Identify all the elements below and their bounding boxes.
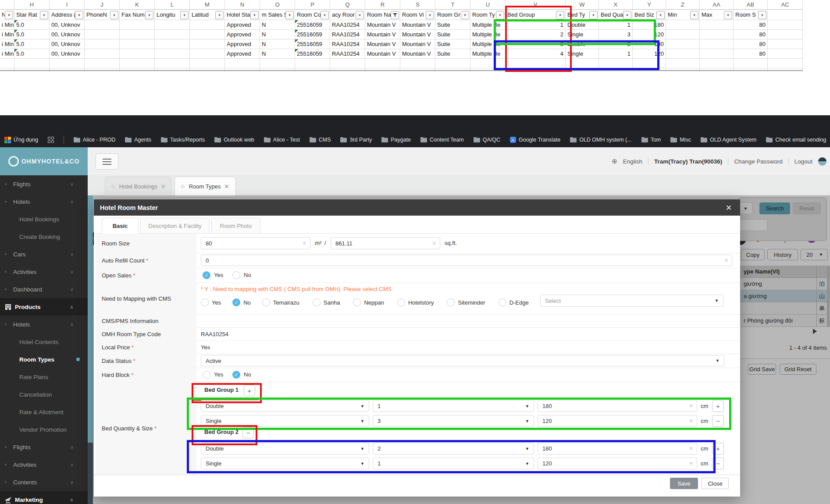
cell[interactable]: Double	[566, 39, 599, 49]
cell[interactable]: 80	[734, 39, 768, 49]
bookmark-folder[interactable]: AGoogle Translate	[510, 137, 560, 143]
bed-type-select[interactable]: Double▼	[201, 443, 369, 454]
column-header[interactable]: Bed Siz▾	[633, 10, 666, 20]
cell[interactable]: Multiple Be	[470, 49, 506, 59]
column-header[interactable]: Latitud▾	[190, 10, 225, 20]
tab-hotel-bookings[interactable]: ☆ Hotel Bookings ✕	[105, 177, 171, 195]
column-header[interactable]: Na▾	[0, 10, 14, 20]
filter-dropdown-icon[interactable]: ▾	[589, 11, 598, 19]
cell[interactable]	[633, 59, 666, 68]
bed-size-input[interactable]: 120✕	[538, 415, 697, 427]
cell[interactable]	[85, 49, 120, 59]
cell[interactable]: 00, Unknov	[50, 49, 85, 59]
cell[interactable]: 4	[506, 49, 566, 59]
column-letter-g[interactable]	[0, 0, 14, 10]
column-header[interactable]: PhoneN▾	[85, 10, 120, 20]
clear-icon[interactable]: ✕	[689, 461, 693, 466]
cell[interactable]	[365, 59, 400, 68]
cell[interactable]: 1	[599, 20, 633, 30]
bookmark-folder[interactable]: QA/QC	[474, 137, 500, 143]
cell[interactable]	[768, 20, 803, 30]
cell[interactable]: RAA10254	[330, 20, 365, 30]
filter-dropdown-icon[interactable]: ▾	[75, 11, 83, 19]
column-header[interactable]: Bed Qua▾	[599, 10, 633, 20]
cms-option-temairazu[interactable]: Temairazu	[262, 298, 299, 306]
tab-close-icon[interactable]: ✕	[161, 183, 166, 190]
cell[interactable]	[120, 20, 155, 30]
bed-size-input[interactable]: 120✕	[538, 458, 697, 469]
cell[interactable]	[700, 39, 734, 49]
column-letter-T[interactable]: T	[435, 0, 470, 10]
remove-bed-row-button[interactable]: −	[712, 458, 724, 469]
cell[interactable]	[666, 20, 700, 30]
cell[interactable]: 5.0	[14, 30, 50, 39]
cell[interactable]: 5.0	[14, 49, 50, 59]
column-header[interactable]: Room Na	[365, 10, 400, 20]
column-letter-I[interactable]: I	[50, 0, 85, 10]
remove-bed-row-button[interactable]: −	[712, 415, 724, 427]
cell[interactable]: Multiple Be	[470, 30, 506, 39]
filter-funnel-icon[interactable]	[391, 11, 399, 19]
filter-dropdown-icon[interactable]: ▾	[496, 11, 504, 19]
cell[interactable]	[700, 49, 734, 59]
filter-dropdown-icon[interactable]: ▾	[250, 11, 259, 19]
open-sales-no-radio[interactable]	[232, 271, 240, 279]
cell[interactable]	[506, 59, 566, 68]
cell[interactable]	[768, 30, 803, 39]
apps-shortcut[interactable]: Ứng dụng	[4, 137, 38, 143]
cell[interactable]: Mountain V	[400, 30, 435, 39]
sidebar-item-activities[interactable]: Activities∨	[0, 263, 88, 280]
filter-dropdown-icon[interactable]: ▾	[215, 11, 224, 19]
bookmark-folder[interactable]: OLD OMH system (...	[570, 137, 631, 143]
clear-icon[interactable]: ✕	[689, 403, 693, 409]
cms-option-no[interactable]: ✓No	[232, 298, 251, 306]
cell[interactable]	[330, 59, 365, 68]
cell[interactable]: N	[260, 20, 295, 30]
filter-dropdown-icon[interactable]: ▾	[356, 11, 364, 19]
cms-select[interactable]: Select▼	[540, 295, 723, 307]
cell[interactable]: Suite	[435, 20, 470, 30]
close-button[interactable]: Close	[702, 478, 729, 489]
cell[interactable]: Mountain V	[365, 20, 400, 30]
add-bed-group-button[interactable]: +	[244, 385, 255, 396]
cell[interactable]	[666, 59, 700, 68]
cell[interactable]: Suite	[435, 30, 470, 39]
cell[interactable]: Mountain V	[365, 30, 400, 39]
cell[interactable]	[120, 39, 155, 49]
clear-icon[interactable]: ✕	[432, 241, 436, 246]
cell[interactable]: Mountain V	[400, 49, 435, 59]
cell[interactable]: i Min	[0, 49, 14, 59]
open-sales-yes-radio[interactable]: ✓	[203, 271, 210, 279]
column-header[interactable]: Address (▾	[50, 10, 85, 20]
modal-close-icon[interactable]: ✕	[723, 202, 734, 213]
bookmark-folder[interactable]: Misc	[670, 137, 691, 143]
cell[interactable]: RAA10254	[330, 30, 365, 39]
room-size-sqm-input[interactable]: 80✕	[201, 237, 310, 249]
cell[interactable]	[666, 49, 700, 59]
cell[interactable]	[190, 30, 225, 39]
cell[interactable]	[225, 59, 260, 68]
column-header[interactable]: Room Co▾	[295, 10, 330, 20]
bed-quantity-select[interactable]: 1▼	[373, 400, 534, 412]
bed-type-select[interactable]: Single▼	[201, 458, 369, 469]
hard-block-no-radio[interactable]: ✓	[232, 371, 240, 379]
column-letter-X[interactable]: X	[599, 0, 633, 10]
cell[interactable]	[155, 39, 190, 49]
bookmark-folder[interactable]: Tasks/Reports	[161, 137, 205, 143]
cell[interactable]	[190, 20, 225, 30]
bed-size-input[interactable]: 180✕	[538, 443, 697, 454]
cell[interactable]: 25516059	[295, 39, 330, 49]
column-letter-U[interactable]: U	[470, 0, 506, 10]
cell[interactable]: Approved	[225, 30, 260, 39]
cell[interactable]: 1	[599, 49, 633, 59]
cell[interactable]	[155, 49, 190, 59]
column-letter-N[interactable]: N	[225, 0, 260, 10]
cell[interactable]	[295, 59, 330, 68]
cell[interactable]: Multiple Be	[470, 20, 506, 30]
bed-type-select[interactable]: Single▼	[201, 415, 369, 427]
cell[interactable]	[700, 59, 734, 68]
cell[interactable]	[700, 20, 734, 30]
cell[interactable]: Multiple Be	[470, 39, 506, 49]
column-header[interactable]: Longitu▾	[155, 10, 190, 20]
cell[interactable]: i Min	[0, 39, 14, 49]
